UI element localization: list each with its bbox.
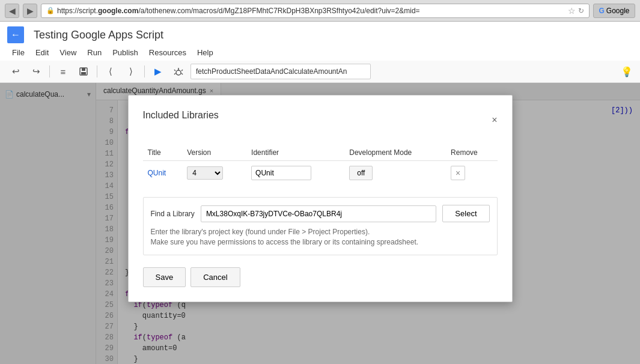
identifier-input[interactable]	[251, 166, 311, 180]
title-bar: ← Testing Google Apps Script	[0, 22, 640, 44]
menu-run[interactable]: Run	[82, 46, 106, 59]
dialog-title: Included Libraries	[143, 110, 219, 121]
find-library-row: Find a Library Select	[151, 205, 490, 222]
undo-button[interactable]: ↩	[7, 63, 24, 80]
select-library-button[interactable]: Select	[442, 205, 489, 222]
svg-point-3	[176, 70, 181, 75]
menu-publish[interactable]: Publish	[108, 46, 143, 59]
app-title: Testing Google Apps Script	[34, 29, 163, 41]
col-title: Title	[143, 145, 183, 161]
lock-icon: 🔒	[46, 7, 55, 14]
library-row-qunit: QUnit 4 3 2 1	[143, 161, 498, 186]
svg-rect-1	[82, 68, 85, 71]
main-area: 📄 calculateQua... ▾ calculateQuantityAnd…	[0, 83, 640, 364]
function-name-display[interactable]: fetchProductSheetDataAndCalculateAmountA…	[190, 64, 371, 79]
browser-chrome: ◀ ▶ 🔒 https://script.google.com/a/tothen…	[0, 0, 640, 22]
back-button[interactable]: ◀	[5, 4, 19, 18]
star-icon[interactable]: ☆	[568, 6, 576, 16]
included-libraries-dialog: Included Libraries × Title Version Ident…	[128, 95, 513, 302]
qunit-link[interactable]: QUnit	[148, 169, 166, 177]
col-version: Version	[182, 145, 246, 161]
svg-line-6	[181, 70, 183, 71]
dialog-overlay: Included Libraries × Title Version Ident…	[0, 83, 640, 364]
toolbar: ↩ ↪ ≡ ⟨ ⟩ ▶ fetchProductS	[0, 61, 640, 83]
library-table: Title Version Identifier Development Mod…	[143, 145, 498, 185]
svg-line-8	[181, 73, 183, 74]
find-library-section: Find a Library Select Enter the library'…	[143, 197, 498, 255]
menu-resources[interactable]: Resources	[144, 46, 191, 59]
svg-line-5	[174, 70, 175, 71]
url-text: https://script.google.com/a/tothenew.com…	[57, 7, 420, 15]
separator-1	[49, 65, 50, 77]
google-search[interactable]: G Google	[593, 4, 635, 18]
menu-edit[interactable]: Edit	[31, 46, 53, 59]
history-forward-button[interactable]: ⟩	[123, 63, 139, 80]
version-select[interactable]: 4 3 2 1	[187, 166, 223, 180]
address-bar[interactable]: 🔒 https://script.google.com/a/tothenew.c…	[41, 4, 590, 18]
separator-3	[144, 65, 145, 77]
menu-bar: File Edit View Run Publish Resources Hel…	[0, 44, 640, 61]
svg-line-7	[174, 73, 175, 74]
dev-mode-toggle[interactable]: off	[349, 166, 373, 180]
app-back-button[interactable]: ←	[7, 26, 24, 43]
save-button[interactable]: Save	[143, 267, 186, 287]
find-help-text: Enter the library's project key (found u…	[151, 227, 490, 247]
redo-button[interactable]: ↪	[28, 63, 44, 80]
app-container: ← Testing Google Apps Script File Edit V…	[0, 22, 640, 364]
format-button[interactable]: ≡	[55, 63, 72, 80]
col-devmode: Development Mode	[344, 145, 446, 161]
bulb-icon: 💡	[621, 66, 633, 77]
remove-library-button[interactable]: ×	[451, 166, 465, 180]
run-button[interactable]: ▶	[150, 63, 166, 80]
col-identifier: Identifier	[246, 145, 344, 161]
dialog-buttons: Save Cancel	[143, 267, 498, 287]
menu-view[interactable]: View	[55, 46, 81, 59]
find-library-input[interactable]	[201, 205, 436, 222]
dialog-close-button[interactable]: ×	[492, 115, 497, 126]
refresh-icon[interactable]: ↻	[578, 7, 584, 15]
find-library-label: Find a Library	[151, 210, 195, 218]
col-remove: Remove	[446, 145, 497, 161]
google-icon: G	[599, 7, 604, 15]
save-button[interactable]	[75, 63, 92, 80]
menu-help[interactable]: Help	[192, 46, 218, 59]
history-back-button[interactable]: ⟨	[102, 63, 119, 80]
menu-file[interactable]: File	[7, 46, 29, 59]
svg-rect-2	[81, 72, 86, 74]
google-search-label: Google	[606, 7, 630, 15]
separator-2	[97, 65, 97, 77]
debug-button[interactable]	[170, 63, 187, 80]
forward-button[interactable]: ▶	[23, 4, 37, 18]
cancel-button[interactable]: Cancel	[190, 267, 240, 287]
